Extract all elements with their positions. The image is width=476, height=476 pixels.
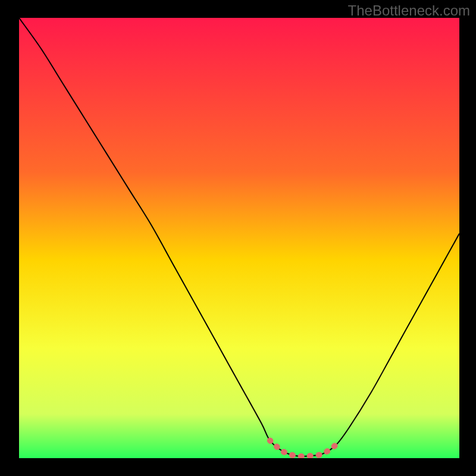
- bottleneck-curve: [19, 18, 459, 456]
- highlight-segment: [270, 440, 336, 456]
- plot-area: [19, 18, 459, 458]
- watermark-text: TheBottleneck.com: [348, 2, 470, 19]
- curve-layer: [19, 18, 459, 458]
